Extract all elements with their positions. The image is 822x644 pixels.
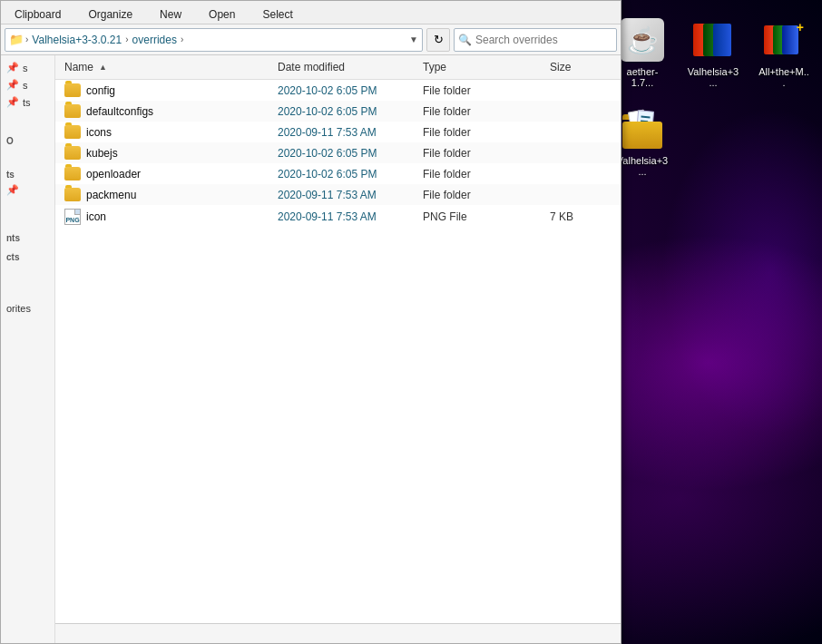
favorites-label: orites — [6, 303, 31, 314]
file-list: config 2020-10-02 6:05 PM File folder de… — [55, 80, 621, 623]
folder-icon-5 — [64, 188, 81, 201]
desktop-icon-all-mods[interactable]: + All+the+M... — [755, 18, 813, 89]
folder-icon-1 — [64, 104, 81, 118]
file-type-1: File folder — [417, 102, 544, 121]
table-row[interactable]: kubejs 2020-10-02 6:05 PM File folder — [55, 142, 621, 163]
table-row[interactable]: packmenu 2020-09-11 7:53 AM File folder — [55, 184, 621, 205]
col-header-type[interactable]: Type — [417, 57, 544, 77]
sidebar-nts-label: nts — [1, 226, 54, 245]
file-name-6: icon — [86, 210, 106, 223]
file-name-cell-5: packmenu — [59, 185, 272, 204]
folder-body — [622, 122, 662, 149]
breadcrumb-item-0[interactable]: Valhelsia+3-3.0.21 — [30, 34, 123, 46]
file-date-3: 2020-10-02 6:05 PM — [272, 144, 417, 162]
desktop-icons: ☕ aether-1.7... Valhelsia+3... — [613, 18, 813, 178]
breadcrumb-dropdown-arrow[interactable]: ▼ — [409, 34, 418, 44]
sidebar-item-s2[interactable]: 📌 s — [1, 76, 54, 93]
tab-new[interactable]: New — [146, 4, 195, 24]
file-name-5: packmenu — [86, 189, 136, 201]
status-bar — [55, 623, 621, 643]
col-date-label: Date modified — [278, 61, 345, 73]
file-name-0: config — [86, 84, 115, 97]
winrar-icon — [691, 18, 735, 62]
file-size-3 — [544, 151, 617, 156]
sidebar: 📌 s 📌 s 📌 ts O ts 📌 nts cts — [1, 55, 55, 643]
png-icon-6: PNG — [64, 209, 81, 225]
tab-clipboard[interactable]: Clipboard — [1, 4, 74, 24]
sidebar-item-ts2[interactable]: 📌 — [1, 181, 54, 199]
pin-icon-3: 📌 — [6, 96, 19, 108]
file-name-cell-1: defaultconfigs — [59, 102, 272, 121]
table-row[interactable]: icons 2020-09-11 7:53 AM File folder — [55, 122, 621, 142]
tab-organize[interactable]: Organize — [74, 4, 146, 24]
table-row[interactable]: openloader 2020-10-02 6:05 PM File folde… — [55, 163, 621, 184]
table-row[interactable]: PNG icon 2020-09-11 7:53 AM PNG File 7 K… — [55, 205, 621, 229]
file-size-6: 7 KB — [544, 208, 617, 226]
desktop-icon-row-1: Valhelsia+3... — [613, 107, 813, 178]
pack-icon: + — [762, 18, 806, 62]
file-type-2: File folder — [417, 123, 544, 141]
desktop-icon-row-0: ☕ aether-1.7... Valhelsia+3... — [613, 18, 813, 89]
folder-desktop-icon — [621, 107, 664, 151]
breadcrumb[interactable]: 📁 › Valhelsia+3-3.0.21 › overrides › ▼ — [5, 28, 423, 52]
sidebar-label-2: s — [23, 80, 28, 91]
col-header-date[interactable]: Date modified — [272, 57, 417, 77]
desktop-icon-valhelsia-winrar[interactable]: Valhelsia+3... — [684, 18, 742, 89]
col-header-size[interactable]: Size — [544, 57, 617, 77]
column-headers: Name ▲ Date modified Type Size — [55, 55, 621, 80]
sidebar-item-s1[interactable]: 📌 s — [1, 59, 54, 76]
file-date-0: 2020-10-02 6:05 PM — [272, 82, 417, 100]
pin-icon-4: 📌 — [6, 184, 19, 196]
file-name-3: kubejs — [86, 147, 118, 160]
sidebar-ts-label: ts — [1, 162, 54, 181]
aether-icon-img: ☕ — [621, 18, 664, 62]
explorer-window: Clipboard Organize New Open Select 📁 › V… — [0, 0, 621, 644]
winrar-icon-img — [691, 18, 735, 62]
refresh-button[interactable]: ↻ — [426, 28, 450, 52]
aether-label: aether-1.7... — [613, 65, 671, 89]
desktop-icon-valhelsia-folder[interactable]: Valhelsia+3... — [613, 107, 671, 178]
file-date-6: 2020-09-11 7:53 AM — [272, 208, 417, 226]
sep3: › — [181, 34, 183, 44]
file-size-4 — [544, 171, 617, 177]
sep1: › — [25, 34, 28, 44]
sidebar-section-label: O — [1, 129, 54, 148]
file-size-1 — [544, 109, 617, 114]
table-row[interactable]: defaultconfigs 2020-10-02 6:05 PM File f… — [55, 101, 621, 122]
folder-icon-4 — [64, 167, 81, 181]
file-type-5: File folder — [417, 186, 544, 204]
col-size-label: Size — [550, 61, 571, 73]
file-name-cell-3: kubejs — [59, 143, 272, 162]
valhelsia-winrar-label: Valhelsia+3... — [684, 65, 742, 89]
book-blue — [713, 24, 731, 56]
folder-desktop-icon-img — [621, 107, 664, 151]
sidebar-item-favorites[interactable]: orites — [1, 300, 54, 317]
file-date-4: 2020-10-02 6:05 PM — [272, 165, 417, 183]
search-input[interactable] — [475, 34, 612, 46]
java-icon: ☕ — [621, 18, 664, 62]
file-name-2: icons — [86, 126, 112, 139]
ribbon-tabs: Clipboard Organize New Open Select — [1, 1, 621, 24]
file-date-5: 2020-09-11 7:53 AM — [272, 186, 417, 204]
table-row[interactable]: config 2020-10-02 6:05 PM File folder — [55, 80, 621, 101]
breadcrumb-item-1[interactable]: overrides — [131, 34, 179, 46]
main-content: Name ▲ Date modified Type Size — [55, 55, 621, 643]
col-header-name[interactable]: Name ▲ — [59, 57, 272, 77]
desktop-icon-aether[interactable]: ☕ aether-1.7... — [613, 18, 671, 89]
folder-icon-0 — [64, 83, 81, 97]
file-size-0 — [544, 88, 617, 93]
tab-open[interactable]: Open — [195, 4, 249, 24]
pin-icon-2: 📌 — [6, 79, 19, 91]
file-type-4: File folder — [417, 165, 544, 183]
sidebar-label-1: s — [23, 63, 28, 73]
sidebar-item-ts[interactable]: 📌 ts — [1, 93, 54, 111]
sidebar-label-3: ts — [23, 97, 31, 108]
all-mods-label: All+the+M... — [755, 65, 813, 89]
file-type-3: File folder — [417, 144, 544, 162]
file-date-1: 2020-10-02 6:05 PM — [272, 102, 417, 121]
file-size-2 — [544, 130, 617, 135]
tab-select[interactable]: Select — [249, 4, 306, 24]
explorer-body: 📌 s 📌 s 📌 ts O ts 📌 nts cts — [1, 55, 621, 643]
search-box[interactable]: 🔍 — [454, 28, 617, 52]
file-name-1: defaultconfigs — [86, 105, 153, 118]
